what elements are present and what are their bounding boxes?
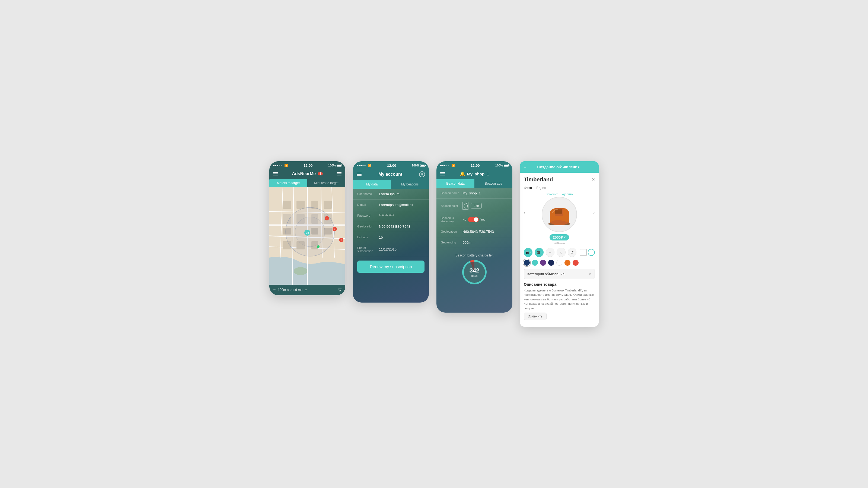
battery-days-number: 342 [469, 267, 479, 274]
color-red[interactable] [572, 260, 579, 266]
signal-dots-1 [273, 165, 282, 166]
beacon-title-icon: 🔔 [460, 171, 465, 176]
circle-icon-btn[interactable]: ○ [557, 248, 565, 257]
ad-creation-title: Создание объявления [537, 165, 579, 169]
beacon-value-geolocation: N60.5643 E30.7543 [463, 230, 494, 234]
tab-my-data[interactable]: My data [353, 180, 391, 189]
ad-product-name: Timberland [524, 176, 553, 183]
svg-point-35 [317, 246, 319, 248]
phone2-topbar: My account ⊖ [353, 169, 429, 180]
zoom-controls: − 100m around me + [273, 287, 307, 292]
product-shoe-image [545, 204, 574, 225]
camera-icon-btn[interactable]: 📷 3 [524, 248, 532, 257]
image-next-button[interactable]: › [593, 209, 595, 215]
map-bottom-bar: − 100m around me + ▽ [269, 285, 345, 295]
menu-icon-4[interactable] [440, 172, 445, 175]
video-icon-btn[interactable]: 🎥 1 [535, 248, 543, 257]
svg-text:!: ! [335, 228, 335, 231]
tab-beacon-data[interactable]: Beacon data [436, 179, 474, 188]
battery-charge-label: Beacon battery charge left [456, 254, 493, 257]
beacon-label-name: Beacon name [441, 191, 463, 195]
square-shape-btn[interactable] [580, 249, 587, 256]
menu-icon-3[interactable] [357, 173, 362, 176]
menu-icon-1[interactable] [273, 172, 278, 175]
ad-title-row: Timberland × [524, 176, 595, 183]
svg-text:!: ! [327, 217, 328, 220]
color-white[interactable] [556, 260, 562, 266]
description-section: Описание товара Когда вы думаете о ботин… [524, 282, 595, 321]
image-delete-link[interactable]: Удалить [561, 193, 573, 196]
signal-1: 📶 [273, 164, 288, 167]
map-area: ! ! ! ME [269, 187, 345, 285]
logout-icon[interactable]: ⊖ [419, 171, 425, 177]
main-container: 📶 12:00 100% AdsNearMe 3 [258, 145, 610, 343]
image-actions: Заменить Удалить [546, 193, 572, 196]
photo-label[interactable]: Фото [524, 186, 532, 190]
image-replace-link[interactable]: Заменить [546, 193, 559, 196]
account-tabs: My data My beacons [353, 180, 429, 189]
circle-shape-btn[interactable] [588, 249, 595, 256]
field-email: E-mail LoremIpsum@mail.ru [353, 199, 429, 210]
signal-3: 📶 [440, 164, 455, 167]
phone1-topbar: AdsNearMe 3 [269, 169, 345, 179]
tab-my-beacons[interactable]: My beacons [391, 180, 429, 189]
video-label[interactable]: Видео [536, 186, 546, 190]
status-bar-1: 📶 12:00 100% [269, 161, 345, 169]
field-geolocation: Geolocation N60.5643 E30.7543 [353, 221, 429, 232]
beacon-tabs: Beacon data Beacon ads [436, 179, 513, 188]
map-svg: ! ! ! ME [269, 187, 345, 285]
description-title: Описание товара [524, 282, 595, 287]
account-fields: User name Lorem Ipsum E-mail LoremIpsum@… [353, 189, 429, 280]
field-label-email: E-mail [357, 203, 379, 206]
beacon-color-edit-button[interactable]: Edit [471, 203, 482, 208]
hamburger-icon-ad[interactable]: ≡ [524, 165, 526, 169]
chevron-down-icon: ∨ [589, 272, 591, 276]
color-orange[interactable] [564, 260, 570, 266]
color-teal[interactable] [532, 260, 538, 266]
change-description-button[interactable]: Изменить [524, 313, 547, 320]
zoom-plus[interactable]: + [305, 287, 307, 292]
beacon-field-name: Beacon name My_shop_1 [436, 188, 513, 199]
beacon-label-geolocation: Geolocation [441, 230, 463, 233]
battery-section: Beacon battery charge left 342 days [436, 251, 513, 290]
account-title: My account [378, 172, 402, 177]
image-prev-button[interactable]: ‹ [524, 209, 526, 215]
phone-beacon: 📶 12:00 100% 🔔 My_shop_1 Beacon data Bea… [436, 161, 513, 313]
price-old: 3000₽ × [554, 241, 565, 245]
battery-2: 100% [412, 164, 425, 167]
menu-icon-2[interactable] [337, 172, 341, 175]
field-value-leftads: 15 [379, 235, 383, 239]
filter-icon[interactable]: ▽ [338, 287, 341, 293]
beacon-label-geofencing: Geofencing [441, 241, 463, 244]
zoom-minus[interactable]: − [273, 287, 276, 292]
category-select[interactable]: Категория объявления ∨ [524, 269, 595, 279]
price-badge[interactable]: 2500₽ × [550, 234, 569, 240]
color-darkblue[interactable] [548, 260, 554, 266]
stationary-toggle[interactable] [468, 217, 479, 222]
camera-icon: 📷 [525, 251, 529, 254]
color-purple[interactable] [540, 260, 546, 266]
svg-text:ME: ME [306, 232, 309, 234]
color-navy[interactable] [524, 260, 530, 266]
ad-close-button[interactable]: × [592, 177, 595, 183]
field-label-username: User name [357, 192, 379, 195]
status-bar-2: 📶 12:00 100% [353, 161, 429, 169]
ad-body: Timberland × Фото Видео ‹ Заменить Удали… [520, 173, 599, 327]
refresh-icon-btn[interactable]: ↺ [568, 248, 577, 257]
refresh-icon: ↺ [570, 250, 574, 255]
tab-beacon-ads[interactable]: Beacon ads [474, 179, 513, 188]
battery-1: 100% [328, 164, 341, 167]
product-image-container: ‹ Заменить Удалить [524, 193, 595, 232]
beacon-color-swatch [463, 202, 468, 209]
tab-minutes[interactable]: Minutes to target [307, 179, 345, 187]
category-label: Категория объявления [527, 272, 564, 276]
field-label-password: Password [357, 214, 379, 217]
circle-icon: ○ [560, 250, 562, 255]
field-leftads: Left ads 15 [353, 232, 429, 243]
battery-days-label: days [471, 274, 477, 278]
renew-subscription-button[interactable]: Renew my subscription [357, 261, 425, 273]
tab-meters[interactable]: Meters to target [269, 179, 307, 187]
svg-text:!: ! [341, 239, 342, 241]
minus-icon-btn[interactable]: − [546, 248, 554, 257]
panel-ad-creation: ≡ Создание объявления Timberland × Фото … [520, 161, 599, 327]
